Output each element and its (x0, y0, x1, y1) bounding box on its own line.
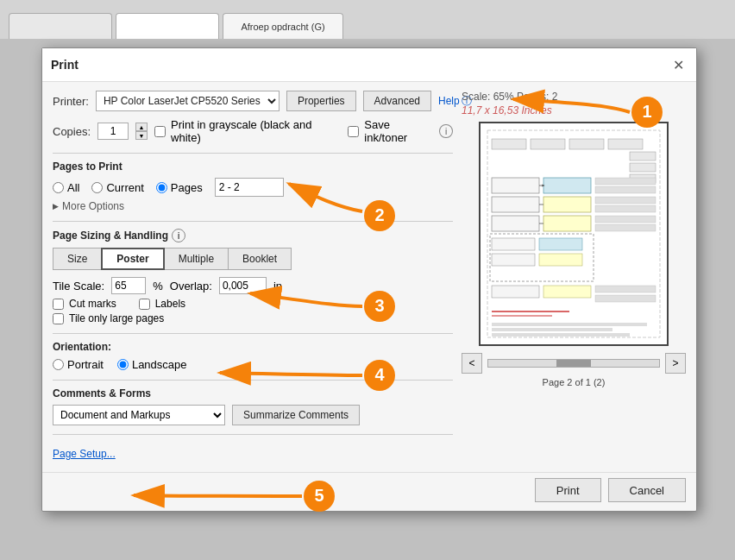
preview-nav: < > (462, 353, 686, 374)
comments-row: Document and Markups Summarize Comments (53, 405, 453, 425)
svg-rect-28 (539, 254, 582, 266)
svg-rect-37 (492, 333, 630, 337)
pages-label: Pages (171, 181, 203, 194)
multiple-button[interactable]: Multiple (164, 248, 229, 270)
size-button[interactable]: Size (53, 248, 102, 270)
triangle-icon: ▶ (53, 202, 59, 211)
booklet-button[interactable]: Booklet (228, 248, 292, 270)
svg-rect-13 (492, 216, 539, 231)
printer-row: Printer: HP Color LaserJet CP5520 Series… (53, 91, 453, 111)
comments-title: Comments & Forms (53, 387, 453, 400)
pages-radio[interactable] (156, 182, 167, 193)
pages-section-title: Pages to Print (53, 160, 453, 173)
cut-marks-checkbox[interactable] (53, 299, 64, 310)
svg-rect-29 (492, 286, 539, 298)
labels-label: Labels (155, 298, 185, 310)
copies-row: Copies: ▲ ▼ Print in grayscale (black an… (53, 118, 453, 144)
svg-rect-31 (595, 286, 656, 293)
portrait-group: Portrait (53, 358, 104, 371)
grayscale-row: Print in grayscale (black and white) (154, 118, 341, 144)
svg-rect-4 (569, 139, 604, 149)
scale-info: Scale: 65% Pages: 2 (462, 91, 557, 103)
current-radio[interactable] (91, 182, 103, 193)
pages-radio-group: Pages (156, 181, 203, 194)
right-panel: Scale: 65% Pages: 2 11,7 x 16,53 Inches (462, 91, 686, 463)
printer-label: Printer: (53, 95, 89, 108)
print-button[interactable]: Print (535, 478, 601, 502)
svg-rect-18 (595, 178, 656, 185)
svg-rect-2 (492, 139, 526, 149)
spin-up-button[interactable]: ▲ (135, 123, 148, 131)
labels-checkbox[interactable] (139, 299, 150, 310)
tile-only-label: Tile only large pages (69, 312, 164, 324)
save-ink-checkbox[interactable] (348, 126, 359, 137)
svg-rect-10 (543, 178, 591, 193)
grayscale-label: Print in grayscale (black and white) (171, 118, 341, 144)
dialog-title: Print (51, 58, 79, 72)
orientation-row: Portrait Landscape (53, 358, 453, 371)
comments-select[interactable]: Document and Markups (53, 405, 225, 425)
svg-rect-30 (543, 286, 591, 298)
svg-rect-7 (630, 163, 656, 172)
preview-content (481, 123, 667, 344)
grayscale-checkbox[interactable] (154, 126, 166, 137)
overlap-input[interactable] (219, 277, 267, 294)
page-indicator-bar (487, 359, 660, 368)
properties-button[interactable]: Properties (286, 91, 356, 111)
svg-rect-11 (492, 197, 539, 212)
svg-rect-14 (543, 216, 591, 231)
svg-rect-6 (630, 152, 656, 160)
prev-page-button[interactable]: < (462, 353, 482, 374)
sizing-section: Page Sizing & Handling i Size Poster Mul… (53, 229, 453, 324)
copies-input[interactable] (97, 123, 129, 140)
page-count-text: Page 2 of 1 (2) (543, 377, 606, 387)
dimensions-info: 11,7 x 16,53 Inches (462, 104, 552, 116)
more-options[interactable]: ▶ More Options (53, 200, 453, 212)
dialog-titlebar: Print ✕ (42, 48, 696, 82)
cut-marks-row: Cut marks Labels (53, 298, 453, 310)
page-indicator-thumb (556, 360, 591, 367)
preview-box (479, 122, 669, 346)
all-label: All (67, 181, 79, 194)
overlap-unit: in (273, 280, 282, 293)
tile-scale-row: Tile Scale: % Overlap: in (53, 277, 453, 294)
tile-scale-label: Tile Scale: (53, 280, 104, 293)
svg-rect-35 (492, 323, 647, 326)
page-setup-link[interactable]: Page Setup... (53, 448, 116, 460)
printer-select[interactable]: HP Color LaserJet CP5520 Series (96, 91, 280, 111)
tile-scale-unit: % (153, 280, 163, 293)
landscape-radio[interactable] (117, 359, 129, 370)
svg-rect-21 (595, 205, 656, 212)
tile-only-checkbox[interactable] (53, 313, 64, 324)
tile-only-row: Tile only large pages (53, 312, 453, 324)
svg-rect-27 (492, 254, 535, 266)
current-label: Current (106, 181, 143, 194)
comments-section: Comments & Forms Document and Markups Su… (53, 387, 453, 425)
next-page-button[interactable]: > (665, 353, 686, 374)
sizing-info-icon[interactable]: i (172, 229, 185, 242)
all-radio[interactable] (53, 182, 64, 193)
summarize-comments-button[interactable]: Summarize Comments (232, 405, 360, 425)
close-button[interactable]: ✕ (669, 55, 688, 74)
dialog-body: Printer: HP Color LaserJet CP5520 Series… (42, 82, 696, 472)
tile-scale-input[interactable] (111, 277, 146, 294)
svg-rect-19 (595, 186, 656, 193)
svg-rect-12 (543, 197, 591, 212)
advanced-button[interactable]: Advanced (363, 91, 431, 111)
landscape-group: Landscape (117, 358, 187, 371)
svg-rect-22 (595, 216, 656, 223)
current-radio-group: Current (91, 181, 143, 194)
info-icon[interactable]: i (439, 124, 453, 138)
svg-rect-5 (608, 139, 643, 149)
cancel-button[interactable]: Cancel (608, 478, 686, 502)
svg-rect-9 (492, 178, 539, 193)
svg-rect-25 (492, 238, 535, 250)
spin-down-button[interactable]: ▼ (135, 131, 148, 140)
svg-rect-3 (531, 139, 565, 149)
pages-input[interactable] (215, 178, 284, 197)
dialog-footer: Print Cancel (42, 472, 696, 511)
portrait-radio[interactable] (53, 359, 64, 370)
sizing-buttons: Size Poster Multiple Booklet (53, 248, 453, 270)
svg-rect-32 (595, 295, 656, 302)
poster-button[interactable]: Poster (101, 248, 164, 270)
